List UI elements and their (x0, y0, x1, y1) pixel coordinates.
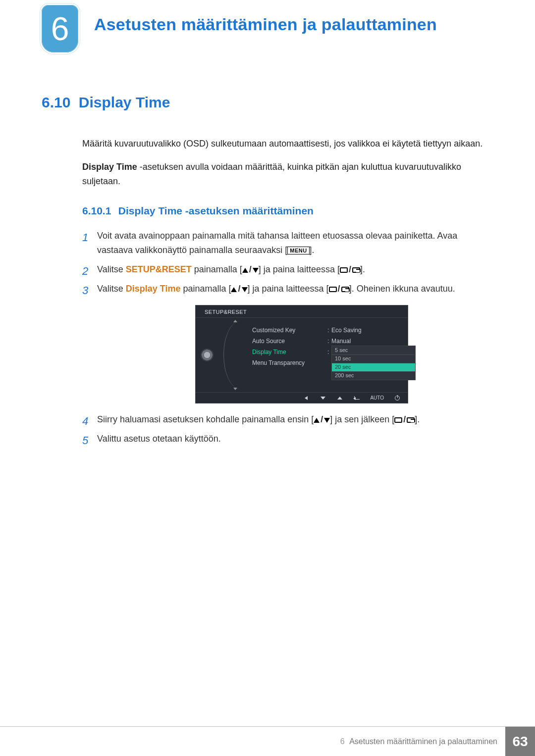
triangle-down-icon (242, 287, 248, 292)
step-1-text-a: Voit avata avainoppaan painamalla mitä t… (97, 231, 457, 255)
osd-colon: : (327, 326, 331, 335)
subsection-number: 6.10.1 (82, 205, 111, 216)
step-2-text-d: ]. (360, 264, 365, 274)
osd-row-label: Customized Key (252, 326, 327, 335)
steps-list: Voit avata avainoppaan painamalla mitä t… (82, 229, 493, 446)
step-1: Voit avata avainoppaan painamalla mitä t… (82, 229, 493, 257)
section-container: 6.10 Display Time Määritä kuvaruutuvalik… (42, 94, 493, 451)
intro-p1: Määritä kuvaruutuvalikko (OSD) sulkeutum… (82, 137, 493, 151)
enter-rect-icon (352, 267, 360, 273)
step-1-text-b: ]. (310, 245, 315, 255)
page-footer: 6 Asetusten määrittäminen ja palauttamin… (0, 726, 535, 756)
slash-icon: / (321, 414, 323, 424)
osd-screenshot: SETUP&RESET Customized Key : Eco (195, 305, 408, 404)
page-number-badge: 63 (505, 727, 535, 756)
intro-p2-bold: Display Time (82, 162, 137, 172)
osd-up-icon (336, 395, 343, 401)
chapter-title: Asetusten määrittäminen ja palauttaminen (94, 15, 437, 34)
intro-p2-rest: -asetuksen avulla voidaan määrittää, kui… (82, 162, 461, 186)
osd-row-label: Auto Source (252, 337, 327, 346)
osd-title: SETUP&RESET (196, 305, 408, 318)
slash-icon: / (403, 414, 406, 424)
step-2-text-b: painamalla [ (192, 264, 242, 274)
step-3-text-b: painamalla [ (180, 284, 231, 294)
osd-options-popup: 5 sec 10 sec 20 sec 200 sec (331, 346, 416, 380)
footer-chapter-title: Asetusten määrittäminen ja palauttaminen (349, 737, 497, 746)
triangle-up-icon (314, 418, 320, 423)
step-3-displaytime: Display Time (126, 284, 181, 294)
osd-bottom-bar: AUTO (196, 392, 408, 403)
osd-row-value: Eco Saving (331, 326, 362, 335)
osd-body: Customized Key : Eco Saving Auto Source … (196, 318, 408, 392)
osd-option-5sec: 5 sec (332, 346, 415, 354)
source-rect-icon (340, 267, 348, 273)
page: 6 Asetusten määrittäminen ja palauttamin… (0, 0, 535, 756)
subsection-title: Display Time -asetuksen määrittäminen (118, 205, 314, 216)
triangle-down-icon (253, 268, 259, 273)
source-rect-icon (394, 417, 402, 423)
step-2-text-a: Valitse (97, 264, 126, 274)
osd-power-icon (394, 395, 401, 401)
section-number: 6.10 (42, 94, 70, 110)
chapter-number-badge: 6 (42, 5, 78, 52)
step-3-text-d: ]. Oheinen ikkuna avautuu. (349, 284, 455, 294)
osd-enter-icon (353, 395, 360, 401)
osd-colon: : (327, 337, 331, 346)
osd-option-20sec: 20 sec (332, 363, 415, 371)
slash-icon: / (238, 284, 240, 294)
step-4-text-a: Siirry haluamasi asetuksen kohdalle pain… (97, 414, 314, 424)
osd-back-icon (303, 395, 310, 401)
step-2: Valitse SETUP&RESET painamalla [/] ja pa… (82, 262, 493, 277)
enter-rect-icon (341, 287, 349, 292)
slash-icon: / (349, 264, 351, 274)
source-rect-icon (329, 287, 337, 292)
osd-row-auto-source: Auto Source : Manual (252, 336, 403, 347)
triangle-up-icon (231, 287, 237, 292)
intro-p2: Display Time -asetuksen avulla voidaan m… (82, 160, 493, 189)
slash-icon: / (338, 284, 340, 294)
step-2-text-c: ] ja paina laitteessa [ (259, 264, 340, 274)
enter-rect-icon (407, 417, 415, 423)
step-3-text-a: Valitse (97, 284, 126, 294)
gear-icon (202, 350, 213, 360)
osd-row-label: Menu Transparency (252, 358, 327, 368)
step-2-setupreset: SETUP&RESET (126, 264, 192, 274)
slash-icon: / (249, 264, 252, 274)
step-4: Siirry haluamasi asetuksen kohdalle pain… (82, 412, 493, 427)
step-4-text-b: ] ja sen jälkeen [ (330, 414, 394, 424)
footer-chapter-text: 6 Asetusten määrittäminen ja palauttamin… (340, 737, 505, 746)
osd-colon: : (327, 348, 331, 357)
step-3-text-c: ] ja paina laitteessa [ (248, 284, 329, 294)
osd-row-customized-key: Customized Key : Eco Saving (252, 325, 403, 336)
intro-text: Määritä kuvaruutuvalikko (OSD) sulkeutum… (82, 137, 493, 188)
osd-left-pane (196, 318, 218, 392)
osd-content: Customized Key : Eco Saving Auto Source … (218, 318, 408, 392)
osd-option-10sec: 10 sec (332, 354, 415, 363)
step-5: Valittu asetus otetaan käyttöön. (82, 432, 493, 446)
menu-button-icon: MENU (287, 247, 309, 254)
osd-row-value: Manual (331, 337, 351, 346)
step-4-text-c: ]. (415, 414, 420, 424)
section-title: Display Time (79, 94, 170, 110)
osd-auto-label: AUTO (370, 394, 384, 402)
triangle-up-icon (242, 268, 248, 273)
subsection-header: 6.10.1 Display Time -asetuksen määrittäm… (82, 205, 493, 217)
triangle-down-icon (324, 418, 330, 423)
footer-chapter-number: 6 (340, 737, 345, 746)
osd-down-icon (320, 395, 326, 401)
osd-option-200sec: 200 sec (332, 371, 415, 380)
osd-row-label: Display Time (252, 348, 327, 357)
step-5-text: Valittu asetus otetaan käyttöön. (97, 434, 221, 444)
step-3: Valitse Display Time painamalla [/] ja p… (82, 282, 493, 403)
